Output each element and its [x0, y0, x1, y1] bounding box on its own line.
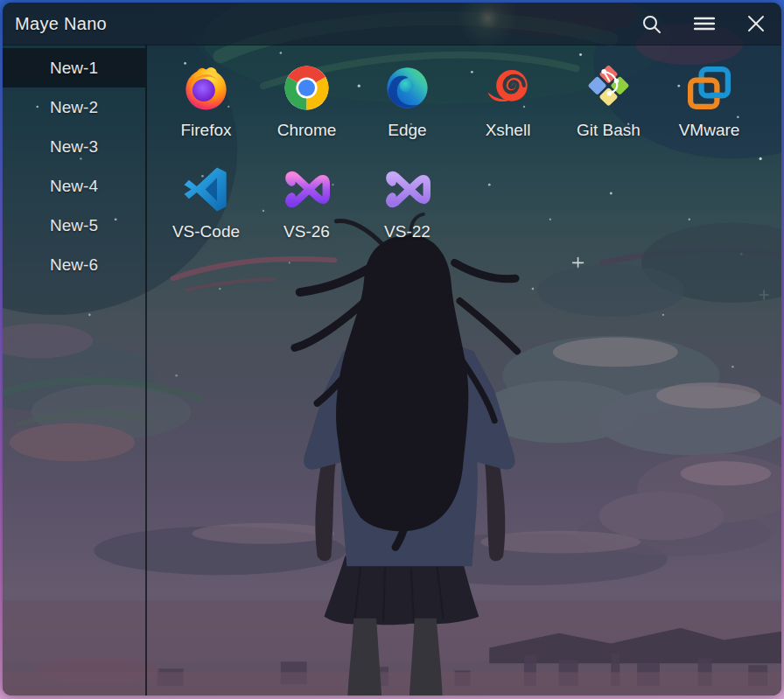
app-label: VS-26 [284, 222, 330, 241]
app-vs-22[interactable]: VS-22 [357, 146, 458, 248]
app-label: Firefox [180, 121, 231, 140]
app-vs-code[interactable]: VS-Code [156, 146, 256, 248]
edge-icon [382, 63, 432, 113]
app-label: Git Bash [577, 121, 640, 140]
app-edge[interactable]: Edge [357, 45, 458, 146]
visual-studio-22-icon [382, 164, 432, 214]
app-label: VS-Code [172, 222, 240, 241]
vs-code-icon [181, 164, 231, 214]
app-firefox[interactable]: Firefox [156, 45, 256, 146]
visual-studio-26-icon [282, 164, 332, 214]
menu-icon[interactable] [694, 15, 715, 32]
app-grid: Firefox Chrome [149, 45, 781, 248]
app-label: Xshell [486, 121, 531, 140]
app-label: VMware [679, 121, 740, 140]
app-xshell[interactable]: Xshell [458, 45, 558, 146]
app-git-bash[interactable]: Git Bash [558, 45, 659, 146]
titlebar: Maye Nano [3, 3, 781, 45]
sidebar-item-new-5[interactable]: New-5 [3, 206, 145, 245]
window-title: Maye Nano [15, 14, 107, 34]
app-vs-26[interactable]: VS-26 [256, 146, 357, 248]
firefox-icon [181, 63, 231, 113]
app-label: VS-22 [384, 222, 430, 241]
app-chrome[interactable]: Chrome [256, 45, 357, 146]
sidebar-item-new-6[interactable]: New-6 [3, 245, 145, 284]
chrome-icon [282, 63, 332, 113]
sidebar: New-1 New-2 New-3 New-4 New-5 New-6 [3, 45, 147, 696]
sidebar-item-new-3[interactable]: New-3 [3, 127, 145, 166]
sidebar-item-new-1[interactable]: New-1 [3, 48, 145, 87]
search-icon[interactable] [641, 14, 662, 34]
git-bash-icon [584, 63, 634, 113]
xshell-icon [483, 63, 533, 113]
sidebar-item-new-2[interactable]: New-2 [3, 87, 145, 127]
vmware-icon [684, 63, 734, 113]
app-window: Maye Nano New-1 New-2 New-3 New-4 [3, 3, 781, 696]
app-vmware[interactable]: VMware [659, 45, 760, 146]
app-label: Chrome [277, 121, 337, 140]
app-label: Edge [388, 121, 426, 140]
sidebar-item-new-4[interactable]: New-4 [3, 166, 145, 206]
close-icon[interactable] [747, 15, 765, 32]
